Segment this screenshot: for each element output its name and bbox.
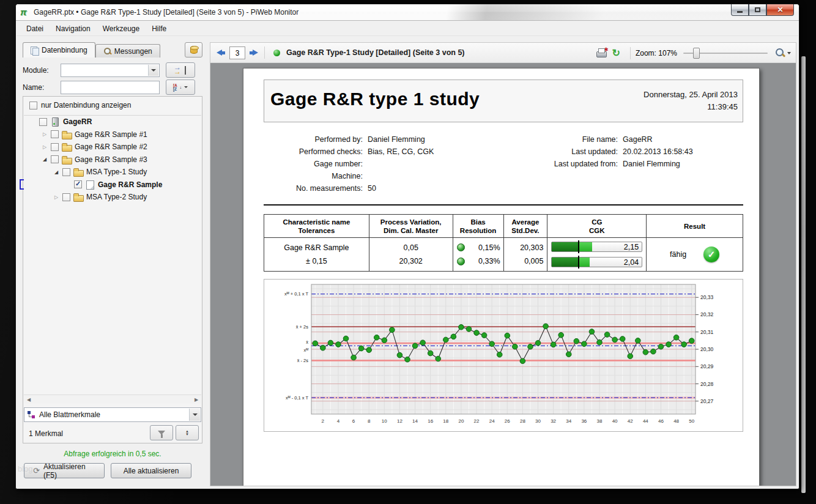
info-label: Machine:: [264, 172, 363, 180]
module-combobox[interactable]: [61, 64, 160, 77]
zoom-dropdown-icon[interactable]: [787, 52, 791, 54]
info-label: Performed checks:: [264, 147, 363, 156]
svg-text:10: 10: [382, 418, 387, 424]
window-title: GageRR.ptx • Gage R&R Type-1 Study [Deta…: [34, 8, 299, 17]
characteristic-cell: Gage R&R Sample ± 0,15: [264, 238, 369, 271]
tree-item-label[interactable]: Gage R&R Sample: [98, 180, 162, 189]
tree-item-gagerr-sample[interactable]: Gage R&R Sample: [24, 179, 201, 191]
next-page-button[interactable]: [248, 48, 259, 57]
zoom-value: 107%: [658, 49, 677, 57]
expander-icon[interactable]: [53, 194, 59, 200]
characteristic-count: 1 Merkmal: [29, 429, 63, 438]
menu-werkzeuge[interactable]: Werkzeuge: [97, 22, 146, 35]
expander-icon[interactable]: [65, 182, 71, 188]
tree-item-sample1[interactable]: Gage R&R Sample #1: [24, 128, 201, 141]
tab-datenbindung[interactable]: Datenbindung: [23, 42, 95, 57]
svg-text:24: 24: [489, 418, 495, 424]
tab-datenbindung-label: Datenbindung: [42, 46, 87, 54]
tree-checkbox[interactable]: [51, 155, 59, 163]
tree-checkbox[interactable]: [39, 118, 47, 126]
menu-navigation[interactable]: Navigation: [50, 22, 97, 35]
tree-checkbox[interactable]: [62, 193, 70, 201]
maximize-icon: [755, 7, 760, 12]
svg-text:44: 44: [643, 418, 648, 424]
menu-hilfe[interactable]: Hilfe: [146, 22, 172, 35]
part-tree: GageRR Gage R&R Sample #1 Gage R&R Sampl…: [24, 115, 201, 394]
zoom-tool-button[interactable]: [775, 48, 785, 58]
close-button[interactable]: ✕: [766, 4, 794, 16]
expander-icon[interactable]: [42, 157, 48, 163]
expander-icon[interactable]: [42, 144, 48, 150]
folder-icon: [73, 168, 83, 176]
cg-bar: 2,15: [551, 242, 642, 252]
tree-item-msa-type2[interactable]: MSA Type-2 Study: [24, 191, 201, 204]
expander-icon[interactable]: [30, 119, 36, 125]
tree-cursor: [20, 179, 24, 190]
zoom-slider[interactable]: [683, 47, 768, 59]
tree-item-msa-type1[interactable]: MSA Type-1 Study: [24, 166, 201, 179]
tab-messungen[interactable]: Messungen: [95, 44, 160, 57]
tree-item-label[interactable]: Gage R&R Sample #2: [75, 143, 147, 151]
tree-item-label[interactable]: GageRR: [63, 117, 92, 126]
report-info-left: Performed by:Daniel Flemming Performed c…: [264, 133, 434, 195]
expander-icon[interactable]: [53, 169, 59, 175]
tree-item-label[interactable]: Gage R&R Sample #1: [75, 130, 147, 139]
tree-item-label[interactable]: MSA Type-1 Study: [86, 168, 147, 176]
database-button[interactable]: [185, 42, 202, 57]
title-bar[interactable]: π GageRR.ptx • Gage R&R Type-1 Study [De…: [16, 4, 799, 21]
tree-item-gagerr[interactable]: GageRR: [24, 116, 201, 128]
average-stddev-cell: 20,303 0,005: [504, 238, 547, 271]
reload-report-button[interactable]: ↻: [612, 47, 620, 59]
menu-datei[interactable]: Datei: [20, 22, 50, 35]
tree-item-sample3[interactable]: Gage R&R Sample #3: [24, 154, 201, 166]
database-icon: [190, 46, 198, 54]
tree-item-label[interactable]: Gage R&R Sample #3: [75, 155, 147, 164]
svg-text:8: 8: [368, 418, 371, 424]
process-variation-cell: 0,05 20,302: [369, 238, 453, 271]
tab-messungen-label: Messungen: [114, 47, 152, 56]
info-value: Daniel Flemming: [623, 160, 680, 168]
svg-text:20,32: 20,32: [700, 311, 714, 317]
transfer-button[interactable]: [166, 62, 195, 78]
minimize-icon: [737, 11, 743, 13]
tree-horizontal-scrollbar[interactable]: ◀ ▶: [24, 395, 201, 404]
minimize-button[interactable]: [731, 4, 749, 16]
filter-checkbox[interactable]: [29, 102, 37, 109]
svg-text:22: 22: [474, 418, 480, 424]
cg-value: 2,15: [624, 242, 639, 251]
tree-item-label[interactable]: MSA Type-2 Study: [86, 193, 147, 201]
info-label: No. measurements:: [264, 184, 363, 193]
scroll-right-icon[interactable]: ▶: [191, 395, 201, 404]
filter-button[interactable]: [150, 425, 173, 440]
characteristics-dropdown-value: Alle Blattmerkmale: [39, 410, 100, 419]
refresh-button-label: Aktualisieren (F5): [43, 462, 95, 480]
viewer-toolbar: 3 Gage R&R Type-1 Study [Detailed] (Seit…: [210, 43, 796, 63]
characteristics-dropdown-button[interactable]: [189, 409, 200, 421]
characteristics-dropdown[interactable]: Alle Blattmerkmale: [24, 407, 201, 422]
module-dropdown-button[interactable]: [148, 65, 158, 76]
svg-text:40: 40: [612, 418, 618, 424]
name-input[interactable]: [61, 81, 160, 94]
tree-checkbox[interactable]: [51, 143, 59, 151]
bias-resolution-cell: 0,15% 0,33%: [453, 238, 503, 271]
page-number-input[interactable]: 3: [229, 46, 245, 59]
scroll-left-icon[interactable]: ◀: [24, 395, 34, 404]
expand-collapse-button[interactable]: ▲▼: [176, 425, 199, 440]
maximize-button[interactable]: [749, 4, 766, 16]
svg-text:2: 2: [322, 418, 325, 424]
tree-checkbox[interactable]: [62, 168, 70, 176]
tree-item-sample2[interactable]: Gage R&R Sample #2: [24, 141, 201, 154]
piweb-logo-icon: π: [20, 7, 30, 17]
zoom-slider-thumb[interactable]: [693, 48, 700, 59]
tree-checkbox[interactable]: [51, 130, 59, 138]
print-button[interactable]: ✱: [595, 48, 607, 58]
svg-text:xᴹ: xᴹ: [303, 347, 308, 353]
previous-page-button[interactable]: [215, 48, 226, 57]
document-area[interactable]: Gage R&R type 1 study Donnerstag, 25. Ap…: [210, 63, 796, 486]
sort-button[interactable]: [A[Z ↓: [166, 80, 195, 95]
refresh-button[interactable]: ⟳ Aktualisieren (F5): [24, 463, 105, 478]
info-value: 20.02.2013 16:58:43: [623, 147, 693, 156]
expander-icon[interactable]: [42, 132, 48, 138]
tree-checkbox[interactable]: [74, 180, 82, 188]
refresh-all-button[interactable]: Alle aktualisieren: [111, 463, 191, 478]
